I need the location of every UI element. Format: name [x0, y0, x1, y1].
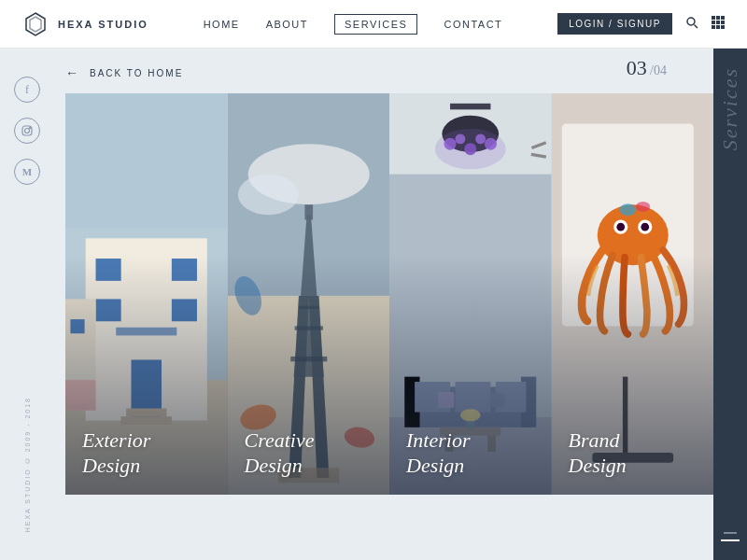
header-right: LOGIN / SIGNUP	[557, 13, 725, 35]
services-vertical-label: Services	[718, 67, 742, 154]
svg-line-3	[694, 24, 698, 28]
login-button[interactable]: LOGIN / SIGNUP	[557, 13, 672, 35]
svg-rect-11	[716, 25, 720, 29]
medium-icon[interactable]: M	[14, 159, 40, 185]
left-sidebar: f M HEXA STUDIO © 2009 - 2018	[0, 49, 54, 560]
nav-services[interactable]: SERVICES	[334, 14, 417, 35]
card-label-exterior: ExteriorDesign	[82, 428, 220, 478]
card-label-text-creative: CreativeDesign	[245, 428, 383, 478]
nav-contact[interactable]: CONTACT	[444, 19, 502, 30]
svg-rect-4	[712, 16, 715, 20]
hex-logo-icon	[22, 11, 49, 37]
nav-about[interactable]: ABOUT	[266, 19, 308, 30]
card-label-text-brand: BrandDesign	[569, 428, 707, 478]
card-label-interior: InteriorDesign	[406, 428, 544, 478]
svg-point-14	[25, 129, 30, 133]
svg-rect-12	[721, 25, 725, 29]
back-nav[interactable]: ← BACK TO HOME	[54, 65, 713, 93]
card-creative[interactable]: CreativeDesign	[228, 93, 390, 495]
card-interior[interactable]: InteriorDesign	[389, 93, 552, 495]
nav-home[interactable]: HOME	[204, 19, 240, 30]
svg-rect-6	[721, 16, 725, 20]
right-sidebar: Services	[713, 49, 747, 560]
instagram-icon[interactable]	[14, 118, 40, 144]
logo-text: HEXA STUDIO	[58, 19, 148, 30]
page-total: /04	[650, 63, 667, 77]
back-arrow-icon: ←	[65, 65, 80, 80]
svg-rect-5	[716, 16, 720, 20]
svg-rect-9	[721, 21, 725, 24]
svg-rect-8	[716, 21, 720, 24]
back-label: BACK TO HOME	[90, 68, 183, 78]
card-label-creative: CreativeDesign	[245, 428, 383, 478]
svg-rect-10	[712, 25, 715, 29]
pagination[interactable]	[721, 532, 740, 541]
copyright-text: HEXA STUDIO © 2009 - 2018	[24, 397, 31, 532]
card-brand[interactable]: BrandDesign	[552, 93, 714, 495]
cards-container: ExteriorDesign	[65, 93, 713, 495]
content-area: ← BACK TO HOME 03 /04	[54, 49, 713, 560]
card-exterior[interactable]: ExteriorDesign	[65, 93, 228, 495]
page-number: 03 /04	[627, 56, 667, 80]
header: HEXA STUDIO HOME ABOUT SERVICES CONTACT …	[0, 0, 747, 49]
card-label-text-exterior: ExteriorDesign	[82, 428, 220, 478]
logo: HEXA STUDIO	[22, 11, 148, 37]
card-label-brand: BrandDesign	[569, 428, 707, 478]
card-label-text-interior: InteriorDesign	[406, 428, 544, 478]
search-icon[interactable]	[685, 16, 698, 33]
facebook-icon[interactable]: f	[14, 77, 40, 103]
pagination-dot-1[interactable]	[724, 532, 737, 534]
svg-marker-1	[30, 17, 41, 32]
svg-point-15	[29, 127, 30, 128]
svg-rect-7	[712, 21, 715, 24]
pagination-dot-2[interactable]	[721, 539, 740, 541]
svg-point-2	[687, 18, 695, 25]
page-current: 03	[627, 56, 647, 79]
grid-icon[interactable]	[712, 16, 725, 33]
main-nav: HOME ABOUT SERVICES CONTACT	[204, 14, 503, 35]
main-content: f M HEXA STUDIO © 2009 - 2018 ← BACK TO …	[0, 49, 747, 560]
